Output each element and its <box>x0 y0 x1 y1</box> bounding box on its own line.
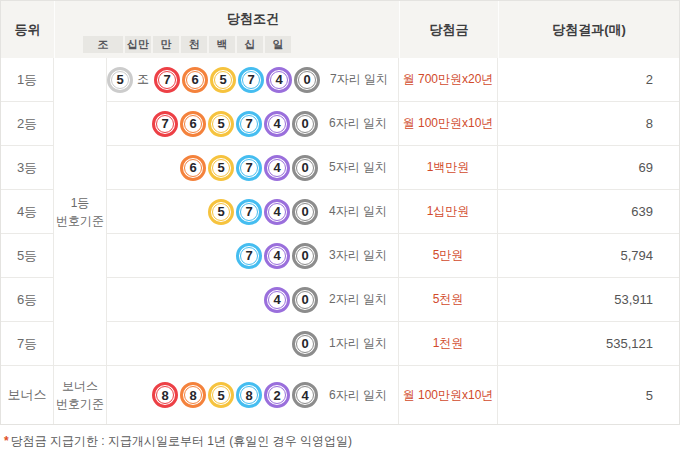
number-ball: 4 <box>264 287 290 313</box>
condition-cell: 7403자리 일치 <box>107 234 399 278</box>
winning-number-balls: 0 <box>107 331 318 357</box>
number-ball: 7 <box>236 199 262 225</box>
header-rank: 등위 <box>1 1 54 58</box>
number-ball: 2 <box>264 382 290 408</box>
position-label-1k: 천 <box>181 36 207 53</box>
match-condition-text: 6자리 일치 <box>318 387 398 404</box>
number-ball: 7 <box>238 67 264 93</box>
position-label-100k: 십만 <box>125 36 151 53</box>
result-cell: 535,121 <box>498 322 679 366</box>
number-ball: 0 <box>292 331 318 357</box>
number-ball: 8 <box>152 382 178 408</box>
winning-number-balls: 740 <box>107 243 318 269</box>
position-label-10k: 만 <box>153 36 179 53</box>
number-ball: 4 <box>292 382 318 408</box>
condition-cell: 7657406자리 일치 <box>107 102 399 146</box>
position-label-1: 일 <box>265 36 291 53</box>
match-condition-text: 6자리 일치 <box>318 115 398 132</box>
result-cell: 8 <box>498 102 679 146</box>
number-ball: 5 <box>208 382 234 408</box>
number-ball: 0 <box>292 111 318 137</box>
winning-number-balls: 65740 <box>107 155 318 181</box>
prize-table: 등위 당첨조건 조 십만 만 천 백 십 일 당첨금 당첨결과(매) 1등 번호… <box>0 0 680 425</box>
rank-cell: 6등 <box>1 278 54 322</box>
result-cell: 639 <box>498 190 679 234</box>
number-ball: 5 <box>107 67 133 93</box>
condition-cell: 01자리 일치 <box>107 322 399 366</box>
prize-cell: 5천원 <box>399 278 498 322</box>
kijun-first-rank-line2: 번호기준 <box>56 212 104 230</box>
condition-cell: 402자리 일치 <box>107 278 399 322</box>
number-ball: 0 <box>292 199 318 225</box>
number-ball: 0 <box>292 287 318 313</box>
header-condition: 당첨조건 조 십만 만 천 백 십 일 <box>54 1 399 58</box>
rank-cell: 7등 <box>1 322 54 366</box>
winning-number-balls: 765740 <box>107 111 318 137</box>
rank-cell: 보너스 <box>1 366 54 424</box>
position-label-jo: 조 <box>83 36 123 53</box>
number-ball: 5 <box>208 155 234 181</box>
kijun-bonus-line1: 보너스 <box>62 377 98 395</box>
jo-group-label: 조 <box>137 71 149 88</box>
result-cell: 5 <box>498 366 679 424</box>
number-ball: 4 <box>264 111 290 137</box>
kijun-first-rank-line1: 1등 <box>71 194 90 212</box>
kijun-bonus-line2: 번호기준 <box>56 395 104 413</box>
match-condition-text: 1자리 일치 <box>318 335 398 352</box>
number-ball: 8 <box>236 382 262 408</box>
number-ball: 7 <box>154 67 180 93</box>
result-cell: 5,794 <box>498 234 679 278</box>
position-label-10: 십 <box>237 36 263 53</box>
number-ball: 0 <box>292 155 318 181</box>
prize-cell: 1천원 <box>399 322 498 366</box>
condition-cell: 57404자리 일치 <box>107 190 399 234</box>
rank-cell: 4등 <box>1 190 54 234</box>
winning-number-balls: 885824 <box>107 382 318 408</box>
number-ball: 8 <box>180 382 206 408</box>
number-ball: 6 <box>180 155 206 181</box>
prize-cell: 5만원 <box>399 234 498 278</box>
number-ball: 6 <box>182 67 208 93</box>
footnote-text: 당첨금 지급기한 : 지급개시일로부터 1년 (휴일인 경우 익영업일) <box>11 434 352 448</box>
number-ball: 4 <box>266 67 292 93</box>
match-condition-text: 5자리 일치 <box>318 159 398 176</box>
number-ball: 5 <box>208 199 234 225</box>
table-header: 등위 당첨조건 조 십만 만 천 백 십 일 당첨금 당첨결과(매) <box>1 1 679 58</box>
match-condition-text: 2자리 일치 <box>318 291 398 308</box>
rank-cell: 1등 <box>1 58 54 102</box>
pension-lottery-results-page: 등위 당첨조건 조 십만 만 천 백 십 일 당첨금 당첨결과(매) 1등 번호… <box>0 0 680 450</box>
number-ball: 0 <box>294 67 320 93</box>
header-prize: 당첨금 <box>399 1 498 58</box>
match-condition-text: 4자리 일치 <box>318 203 398 220</box>
kijun-first-rank: 1등 번호기준 <box>54 58 107 366</box>
number-ball: 0 <box>292 243 318 269</box>
prize-cell: 월 700만원x20년 <box>399 58 498 102</box>
condition-cell: 5조7657407자리 일치 <box>107 58 399 102</box>
prize-cell: 월 100만원x10년 <box>399 102 498 146</box>
match-condition-text: 7자리 일치 <box>320 71 398 88</box>
prize-cell: 월 100만원x10년 <box>399 366 498 424</box>
position-label-100: 백 <box>209 36 235 53</box>
rank-cell: 2등 <box>1 102 54 146</box>
condition-cell: 657405자리 일치 <box>107 146 399 190</box>
table-body: 1등 번호기준 보너스 번호기준 1등5조7657407자리 일치월 700만원… <box>1 58 679 424</box>
winning-number-balls: 5조765740 <box>107 67 320 93</box>
kijun-bonus: 보너스 번호기준 <box>54 366 107 424</box>
number-ball: 4 <box>264 155 290 181</box>
header-condition-title: 당첨조건 <box>175 1 279 36</box>
header-result: 당첨결과(매) <box>498 1 679 58</box>
rank-cell: 5등 <box>1 234 54 278</box>
number-ball: 5 <box>208 111 234 137</box>
payment-deadline-footnote: *당첨금 지급기한 : 지급개시일로부터 1년 (휴일인 경우 익영업일) <box>0 433 680 450</box>
result-cell: 2 <box>498 58 679 102</box>
number-ball: 7 <box>236 243 262 269</box>
number-ball: 7 <box>236 111 262 137</box>
prize-cell: 1백만원 <box>399 146 498 190</box>
number-ball: 7 <box>152 111 178 137</box>
match-condition-text: 3자리 일치 <box>318 247 398 264</box>
result-cell: 53,911 <box>498 278 679 322</box>
winning-number-balls: 5740 <box>107 199 318 225</box>
condition-cell: 8858246자리 일치 <box>107 366 399 424</box>
winning-number-balls: 40 <box>107 287 318 313</box>
rank-cell: 3등 <box>1 146 54 190</box>
